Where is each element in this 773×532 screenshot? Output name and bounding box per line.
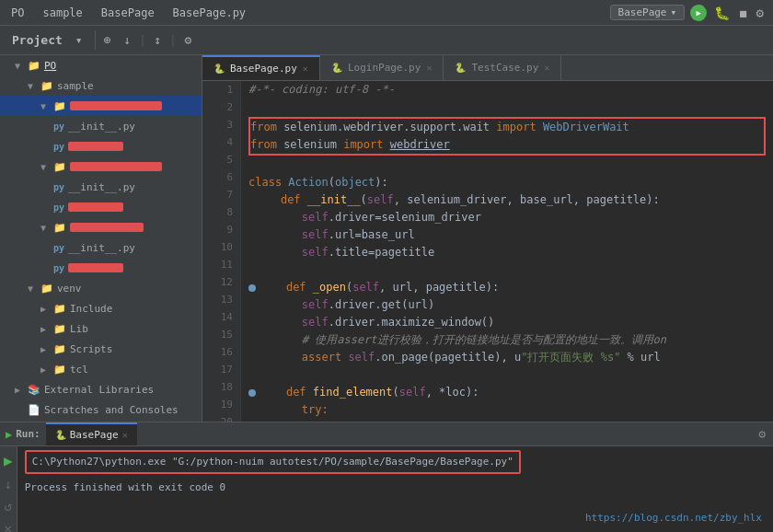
expand-arrow: ▶ [15,385,24,395]
code-text: , *loc): [426,384,479,401]
tree-item-init2[interactable]: py __init__.py [0,177,202,197]
bottom-tab-basepage[interactable]: 🐍 BasePage ✕ [46,422,137,445]
run-config-dropdown[interactable]: BasePage ▾ [610,5,686,20]
code-text [248,226,302,244]
tree-item-lib[interactable]: ▶ 📁 Lib [0,318,202,339]
expand-arrow: ▼ [28,81,37,91]
folder-icon: 📁 [53,323,66,335]
code-line [248,261,766,279]
code-text: driver [621,419,661,422]
code-line [248,156,766,174]
code-content[interactable]: #-*- coding: utf-8 -*- from selenium.web… [241,81,773,422]
gear-icon[interactable]: ⚙ [180,30,197,50]
expand-arrow: ▶ [40,364,50,375]
menu-basepage[interactable]: BasePage [98,5,158,21]
tree-item-po[interactable]: ▼ 📁 PO [0,55,202,75]
tab-testcase[interactable]: 🐍 TestCase.py ✕ [444,55,561,80]
tab-basepage[interactable]: 🐍 BasePage.py ✕ [202,55,320,80]
code-text: , [412,279,425,296]
stop-icon[interactable]: ◼ [737,4,748,22]
code-text: : d [661,419,681,422]
code-editor[interactable]: 1 2 3 4 5 6 7 8 9 10 11 12 13 14 15 16 1… [202,81,773,422]
blog-link[interactable]: https://blog.csdn.net/zby_hlx [585,510,762,526]
tree-item-tcl[interactable]: ▶ 📁 tcl [0,359,202,379]
code-text: try: [302,401,329,419]
tree-item-test-folder[interactable]: ▼ 📁 [0,217,202,237]
code-line: # 使用assert进行校验，打开的链接地址是否与配置的地址一致。调用on [248,331,766,349]
tree-item-scripts[interactable]: ▶ 📁 Scripts [0,339,202,359]
tree-label: __init__.py [68,242,135,254]
redacted-label [68,202,123,212]
tab-label: LoginPage.py [348,62,421,74]
code-text: object [335,174,375,191]
chevron-down-icon: ▾ [671,6,677,18]
redacted-label [70,162,162,171]
code-text: , [573,191,586,209]
expand-arrow: ▼ [28,283,37,294]
menu-po[interactable]: PO [7,5,28,21]
rerun-icon[interactable]: ↺ [5,499,12,514]
tree-item-basepagepy[interactable]: py [0,136,202,156]
py-icon: py [53,182,64,192]
code-text: ): [375,174,387,191]
run-config-label: BasePage [618,6,667,18]
code-text: WebDriverWait [329,419,415,422]
second-toolbar: Project ▾ ⊕ ↓ | ↕ | ⚙ [0,26,773,55]
code-text: self [399,384,426,401]
code-text: #-*- coding: utf-8 -*- [248,81,395,98]
process-status: Process finished with exit code 0 [25,481,226,493]
tree-item-testpy[interactable]: py [0,258,202,278]
tree-item-venv[interactable]: ▼ 📁 venv [0,278,202,298]
menu-sample[interactable]: sample [39,5,86,21]
code-text [248,244,302,261]
py-icon: py [53,243,64,253]
tree-item-login[interactable]: py [0,197,202,217]
code-text: ( [415,419,421,422]
code-text: url [393,279,413,296]
tree-label: External Libraries [44,384,154,396]
code-text: from [250,136,283,154]
tab-close-icon[interactable]: ✕ [426,63,432,73]
tab-close-icon[interactable]: ✕ [544,63,549,73]
tree-item-basepage-folder[interactable]: ▼ 📁 [0,96,202,116]
project-tree: ▼ 📁 PO ▼ 📁 sample ▼ 📁 py __init__.py p [0,55,202,422]
tab-close-icon[interactable]: ✕ [122,430,128,440]
step-icon[interactable]: ↓ [5,477,12,492]
code-text [254,191,281,209]
code-text: .driver=selenium_driver [329,209,481,226]
tree-label: __init__.py [68,121,135,133]
play-button[interactable]: ▶ [4,452,13,469]
tab-loginpage[interactable]: 🐍 LoginPage.py ✕ [320,55,444,80]
tree-item-init3[interactable]: py __init__.py [0,237,202,258]
tree-item-init1[interactable]: py __init__.py [0,116,202,136]
code-text: find_element [313,384,393,401]
bottom-panel: ▶ Run: 🐍 BasePage ✕ ⚙ ▶ ↓ ↺ ✕ C:\Python2… [0,422,773,532]
add-icon[interactable]: ⊕ [99,30,116,50]
bottom-tabs: ▶ Run: 🐍 BasePage ✕ ⚙ [0,422,773,446]
run-button[interactable]: ▶ [690,5,707,21]
folder-icon: 📁 [40,283,53,295]
folder-icon: 📁 [53,222,66,234]
sync-icon[interactable]: ↓ [119,30,135,50]
close-run-icon[interactable]: ✕ [5,521,12,532]
code-text [248,209,302,226]
code-text: ): [646,191,659,209]
menu-basepagepy[interactable]: BasePage.py [169,5,249,21]
code-line: assert self.on_page(pagetitle), u"打开页面失败… [248,349,766,366]
code-text [248,401,302,419]
project-dropdown-icon[interactable]: ▾ [71,30,87,50]
expand-icon[interactable]: ↕ [150,30,167,50]
tree-item-scratches[interactable]: 📄 Scratches and Consoles [0,399,202,420]
tree-item-login-folder[interactable]: ▼ 📁 [0,156,202,177]
tree-label: tcl [70,364,88,376]
tab-close-icon[interactable]: ✕ [303,64,308,74]
settings-icon[interactable]: ⚙ [758,427,766,441]
code-text [260,279,286,296]
tree-item-sample[interactable]: ▼ 📁 sample [0,75,202,96]
lib-icon: 📚 [28,384,40,396]
settings-icon[interactable]: ⚙ [755,4,766,22]
tree-item-include[interactable]: ▶ 📁 Include [0,298,202,318]
tree-label: sample [57,80,94,92]
tree-item-external-libs[interactable]: ▶ 📚 External Libraries [0,379,202,399]
debug-icon[interactable]: 🐛 [712,4,732,22]
